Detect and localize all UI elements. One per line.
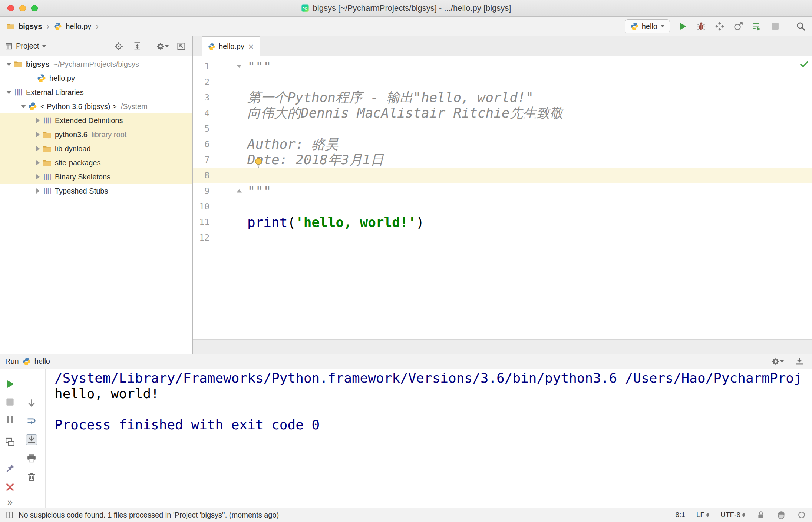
breadcrumb-project[interactable]: bigsys: [19, 22, 42, 31]
scroll-to-end-button[interactable]: [26, 434, 37, 445]
code-line-9[interactable]: 9""": [193, 183, 812, 199]
close-window-button[interactable]: [7, 5, 14, 11]
gutter-separator: [242, 56, 242, 339]
project-tool-icon: [5, 43, 13, 50]
file-encoding-widget[interactable]: UTF-8: [720, 511, 745, 519]
pause-output-button[interactable]: [4, 414, 16, 425]
running-list-button[interactable]: [751, 20, 763, 32]
chevron-down-icon[interactable]: [42, 45, 46, 47]
tree-item-typeshed-stubs[interactable]: Typeshed Stubs: [0, 184, 192, 198]
zoom-window-button[interactable]: [31, 5, 38, 11]
horizontal-scrollbar[interactable]: [193, 339, 812, 354]
inspector-icon[interactable]: [776, 510, 786, 520]
print-button[interactable]: [26, 453, 37, 464]
stop-button[interactable]: [769, 20, 781, 32]
tree-collapsed-arrow[interactable]: [33, 160, 43, 165]
code-line-4[interactable]: 4向伟大的Dennis MacAlistair Ritchie先生致敬: [193, 105, 812, 121]
run-tool-window: Run hello » /Syste: [0, 354, 812, 508]
tree-item-label: Binary Skeletons: [55, 173, 110, 181]
fold-marker[interactable]: [237, 65, 242, 68]
tree-item-binary-skeletons[interactable]: Binary Skeletons: [0, 170, 192, 184]
tree-item-lib-dynload[interactable]: lib-dynload: [0, 142, 192, 156]
rerun-button[interactable]: [4, 379, 16, 390]
line-separator-widget[interactable]: LF: [696, 511, 709, 519]
tree-item-label: Typeshed Stubs: [55, 187, 108, 195]
code-line-2[interactable]: 2: [193, 74, 812, 90]
tree-item-label: hello.py: [49, 74, 75, 83]
run-settings-button[interactable]: [772, 356, 784, 367]
hide-run-panel-button[interactable]: [793, 356, 805, 367]
breadcrumb-file[interactable]: hello.py: [66, 22, 91, 31]
caret-position[interactable]: 8:1: [676, 511, 685, 519]
run-panel-header: Run hello: [0, 354, 812, 369]
tree-item-hello-py[interactable]: hello.py: [0, 71, 192, 85]
tree-collapsed-arrow[interactable]: [33, 118, 43, 123]
tree-item-extended-definitions[interactable]: Extended Definitions: [0, 113, 192, 128]
code-line-11[interactable]: 11print('hello, world!'): [193, 214, 812, 230]
tree-item-bigsys[interactable]: bigsys~/PycharmProjects/bigsys: [0, 57, 192, 71]
project-panel-title[interactable]: Project: [16, 42, 39, 50]
tree-item-suffix: ~/PycharmProjects/bigsys: [53, 60, 139, 69]
editor-tab-hello-py[interactable]: hello.py ×: [202, 36, 260, 56]
console-output[interactable]: /System/Library/Frameworks/Python.framew…: [46, 369, 812, 508]
tree-expanded-arrow[interactable]: [4, 91, 14, 94]
tree-collapsed-arrow[interactable]: [33, 188, 43, 194]
tree-item-python3-6[interactable]: python3.6library root: [0, 128, 192, 142]
code-line-1[interactable]: 1""": [193, 59, 812, 74]
project-tool-window: Project bigsys~/PycharmProjects/bigsyshe…: [0, 36, 193, 354]
hide-panel-button[interactable]: [175, 40, 187, 52]
debug-button[interactable]: [695, 20, 707, 32]
minimize-window-button[interactable]: [19, 5, 26, 11]
updown-icon: [742, 513, 745, 517]
clear-all-button[interactable]: [26, 471, 37, 482]
inspections-ok-icon[interactable]: [799, 59, 809, 69]
code-editor[interactable]: 1"""23第一个Python程序 - 输出"hello, world!"4向伟…: [193, 56, 812, 339]
run-config-name: hello: [34, 357, 50, 366]
code-line-3[interactable]: 3第一个Python程序 - 输出"hello, world!": [193, 90, 812, 105]
profiler-button[interactable]: [732, 20, 744, 32]
scroll-from-source-button[interactable]: [113, 40, 125, 52]
code-line-6[interactable]: 6Author: 骆昊: [193, 136, 812, 152]
code-line-7[interactable]: 7Date: 2018年3月1日: [193, 152, 812, 168]
show-console-button[interactable]: [4, 436, 16, 447]
code-line-5[interactable]: 5: [193, 121, 812, 136]
tree-collapsed-arrow[interactable]: [33, 174, 43, 179]
tree-item-label: lib-dynload: [55, 145, 91, 153]
chevron-right-icon: ›: [46, 21, 49, 32]
lock-icon[interactable]: [756, 511, 765, 519]
intention-bulb-icon[interactable]: [253, 157, 264, 168]
tree-expanded-arrow[interactable]: [19, 105, 28, 108]
tree-item-site-packages[interactable]: site-packages: [0, 156, 192, 170]
run-panel-title[interactable]: Run: [5, 357, 19, 366]
close-run-button[interactable]: [4, 482, 16, 493]
tree-item-external-libraries[interactable]: External Libraries: [0, 85, 192, 99]
run-button[interactable]: [677, 20, 689, 32]
close-tab-icon[interactable]: ×: [248, 42, 254, 52]
tree-expanded-arrow[interactable]: [4, 63, 14, 66]
run-config-selector[interactable]: hello: [625, 19, 670, 33]
more-options-button[interactable]: »: [4, 496, 16, 508]
status-message: No suspicious code found. 1 files proces…: [19, 511, 279, 519]
toolwindow-toggle-icon[interactable]: [6, 511, 13, 519]
tree-item-label: python3.6: [55, 130, 88, 139]
code-line-10[interactable]: 10: [193, 199, 812, 214]
stop-process-button[interactable]: [4, 396, 16, 407]
tree-item-python-3-6-bigsys[interactable]: < Python 3.6 (bigsys) >/System: [0, 99, 192, 113]
pin-tab-button[interactable]: [4, 462, 16, 473]
search-everywhere-button[interactable]: [795, 20, 807, 32]
library-icon: [43, 116, 52, 125]
code-line-8[interactable]: 8: [193, 168, 812, 183]
fold-marker[interactable]: [237, 189, 242, 193]
soft-wrap-button[interactable]: [26, 416, 37, 427]
notifications-icon[interactable]: [797, 511, 806, 519]
coverage-button[interactable]: [714, 20, 726, 32]
tree-item-label: bigsys: [26, 60, 49, 69]
status-bar: No suspicious code found. 1 files proces…: [0, 508, 812, 522]
collapse-all-button[interactable]: [131, 40, 143, 52]
code-line-12[interactable]: 12: [193, 230, 812, 245]
down-stack-trace-button[interactable]: [26, 398, 37, 409]
line-number: 1: [193, 62, 242, 71]
tree-collapsed-arrow[interactable]: [33, 146, 43, 151]
panel-settings-button[interactable]: [157, 40, 169, 52]
tree-collapsed-arrow[interactable]: [33, 132, 43, 137]
